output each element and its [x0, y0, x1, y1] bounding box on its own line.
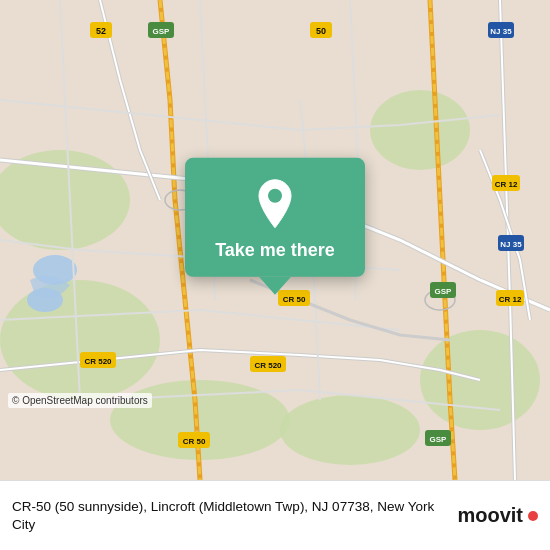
moovit-dot [528, 511, 538, 521]
popup-label: Take me there [215, 240, 335, 261]
svg-text:GSP: GSP [430, 435, 448, 444]
svg-text:GSP: GSP [435, 287, 453, 296]
location-pin-icon [253, 178, 297, 230]
svg-text:50: 50 [316, 26, 326, 36]
svg-text:CR 50: CR 50 [183, 437, 206, 446]
popup-box[interactable]: Take me there [185, 158, 365, 277]
moovit-text: moovit [457, 504, 523, 527]
map-attribution: © OpenStreetMap contributors [8, 393, 152, 408]
svg-text:52: 52 [96, 26, 106, 36]
svg-text:CR 50: CR 50 [283, 295, 306, 304]
svg-point-6 [280, 395, 420, 465]
svg-text:NJ 35: NJ 35 [500, 240, 522, 249]
address-text: CR-50 (50 sunnyside), Lincroft (Middleto… [12, 498, 449, 533]
info-bar: CR-50 (50 sunnyside), Lincroft (Middleto… [0, 480, 550, 550]
popup-triangle [259, 277, 291, 295]
moovit-logo: moovit [457, 504, 538, 527]
svg-text:CR 12: CR 12 [499, 295, 522, 304]
map-container: 52 GSP NJ 35 50 CR 50 GSP CR 520 CR 520 … [0, 0, 550, 480]
svg-text:CR 12: CR 12 [495, 180, 518, 189]
svg-point-37 [268, 189, 282, 203]
svg-text:GSP: GSP [153, 27, 171, 36]
popup-overlay[interactable]: Take me there [185, 158, 365, 295]
svg-text:CR 520: CR 520 [254, 361, 282, 370]
svg-text:NJ 35: NJ 35 [490, 27, 512, 36]
svg-text:CR 520: CR 520 [84, 357, 112, 366]
svg-point-4 [370, 90, 470, 170]
